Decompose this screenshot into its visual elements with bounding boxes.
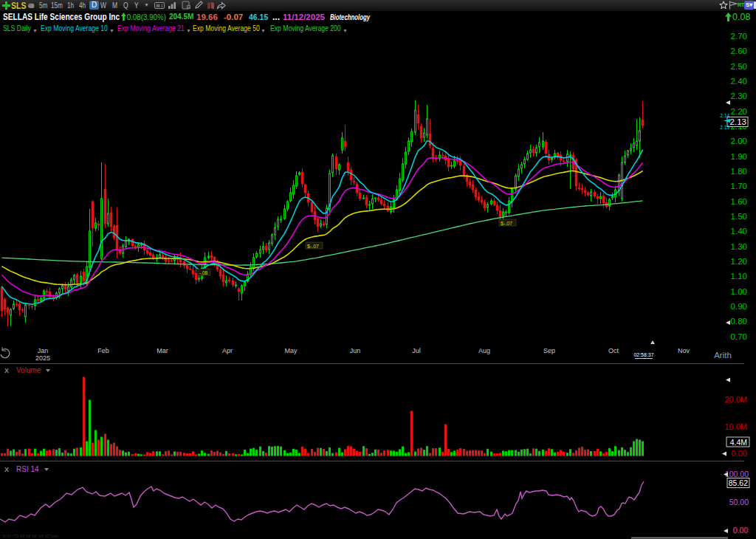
svg-text:Oct: Oct (608, 347, 619, 354)
svg-text:X: X (4, 466, 9, 473)
svg-text:YTD: YTD (12, 535, 19, 538)
svg-text:Feb: Feb (97, 347, 109, 354)
svg-text:Apr: Apr (222, 347, 233, 354)
svg-text:3M: 3M (26, 535, 31, 538)
svg-text:10.0M: 10.0M (724, 422, 747, 431)
svg-text:2025: 2025 (35, 354, 50, 362)
svg-text:Sep: Sep (543, 347, 555, 354)
svg-text:6M: 6M (20, 535, 25, 538)
svg-text:1W: 1W (38, 535, 44, 538)
svg-text:Jan: Jan (38, 347, 49, 354)
svg-text:Arith: Arith (714, 351, 732, 360)
svg-text:4.4M: 4.4M (730, 438, 747, 447)
svg-text:1.20: 1.20 (731, 257, 747, 266)
svg-text:1.10: 1.10 (731, 272, 747, 281)
svg-text:X: X (4, 367, 9, 374)
svg-text:1.70: 1.70 (731, 182, 747, 190)
svg-text:02:58:37: 02:58:37 (633, 352, 653, 357)
svg-text:2.30: 2.30 (731, 92, 747, 100)
svg-text:1.30: 1.30 (731, 242, 747, 251)
svg-text:100.00: 100.00 (725, 470, 749, 478)
svg-text:1.80: 1.80 (731, 167, 747, 176)
svg-text:2.20: 2.20 (731, 107, 747, 116)
svg-text:0.80: 0.80 (731, 317, 747, 326)
svg-text:1.60: 1.60 (731, 197, 747, 206)
svg-text:Jul: Jul (412, 347, 421, 354)
svg-text:Nov: Nov (678, 347, 690, 354)
svg-text:5Y: 5Y (3, 535, 7, 538)
svg-text:RSI 14: RSI 14 (16, 465, 39, 473)
svg-text:May: May (284, 347, 298, 354)
svg-text:1.50: 1.50 (731, 212, 747, 221)
svg-text:0.00: 0.00 (733, 526, 749, 535)
svg-text:2.13: 2.13 (730, 117, 746, 126)
svg-text:0.00: 0.00 (732, 449, 747, 458)
svg-text:20.0M: 20.0M (724, 395, 747, 404)
svg-text:0.70: 0.70 (731, 332, 747, 341)
svg-text:1.40: 1.40 (731, 227, 747, 236)
svg-text:2.13: 2.13 (720, 125, 729, 130)
svg-text:$-.07: $-.07 (307, 244, 319, 249)
svg-text:1.90: 1.90 (731, 152, 747, 161)
svg-text:Jun: Jun (350, 347, 361, 354)
svg-text:85.62: 85.62 (729, 478, 748, 487)
svg-text:2.60: 2.60 (731, 47, 747, 55)
svg-text:1Y: 1Y (7, 535, 12, 538)
svg-text:$-.07: $-.07 (501, 221, 512, 226)
svg-text:2.14: 2.14 (720, 113, 729, 118)
svg-text:0.90: 0.90 (731, 302, 747, 311)
svg-text:-.08: -.08 (199, 270, 208, 275)
svg-text:2.00: 2.00 (731, 137, 747, 145)
svg-text:2.50: 2.50 (731, 62, 747, 71)
svg-text:Aug: Aug (478, 347, 490, 354)
svg-text:2.40: 2.40 (731, 77, 747, 86)
svg-text:Volume: Volume (16, 366, 41, 374)
svg-text:Mar: Mar (157, 347, 168, 354)
svg-text:Today: Today (49, 535, 59, 538)
svg-text:1M: 1M (32, 535, 37, 538)
svg-text:50.00: 50.00 (729, 498, 749, 507)
svg-text:1.00: 1.00 (731, 287, 747, 296)
